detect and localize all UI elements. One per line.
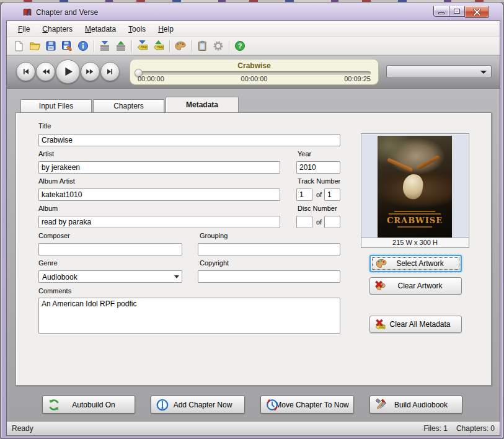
import-tags-icon[interactable]: TAG	[135, 38, 151, 53]
add-chapter-now-button[interactable]: Add Chapter Now	[151, 396, 245, 414]
track-of-label: of	[316, 191, 322, 198]
status-files: Files: 1	[423, 424, 448, 433]
menu-help[interactable]: Help	[152, 22, 180, 36]
import-chapter-list-icon[interactable]	[97, 38, 113, 53]
save-icon[interactable]	[43, 38, 59, 53]
clear-palette-icon	[374, 280, 387, 292]
app-icon	[22, 7, 32, 17]
cover-crab-leg	[417, 155, 440, 170]
svg-text:TAG: TAG	[141, 45, 147, 49]
minimize-button[interactable]	[433, 6, 449, 17]
open-file-icon[interactable]	[27, 38, 43, 53]
settings-gear-icon[interactable]	[210, 38, 226, 53]
skip-to-start-button[interactable]	[16, 62, 35, 81]
toolbar-separator	[131, 40, 132, 52]
artist-label: Artist	[38, 150, 54, 157]
disc-number-field[interactable]	[296, 216, 312, 228]
move-chapter-to-now-button[interactable]: Move Chapter To Now	[260, 396, 354, 414]
skip-to-start-icon	[21, 67, 30, 76]
maximize-button[interactable]	[449, 6, 465, 17]
disc-of-label: of	[316, 218, 322, 226]
build-tools-icon	[374, 398, 388, 412]
tab-chapters[interactable]: Chapters	[93, 99, 164, 112]
track-total-field[interactable]	[324, 188, 340, 201]
genre-combo[interactable]: Audiobook	[38, 270, 182, 283]
new-file-icon[interactable]	[11, 38, 27, 53]
composer-field[interactable]	[38, 243, 182, 255]
artist-field[interactable]	[38, 161, 280, 174]
album-artist-label: Album Artist	[38, 177, 75, 185]
composer-label: Composer	[38, 232, 70, 239]
minimize-icon	[438, 12, 444, 14]
title-field[interactable]	[38, 134, 340, 146]
comments-label: Comments	[38, 287, 71, 295]
close-icon	[473, 9, 481, 16]
toolbar-separator	[169, 40, 170, 52]
titlebar[interactable]: Chapter and Verse	[1, 4, 503, 20]
app-window: Chapter and Verse File Chapters Metadata…	[1, 2, 503, 439]
year-field[interactable]	[296, 161, 340, 174]
rewind-icon	[41, 67, 50, 76]
menu-metadata[interactable]: Metadata	[79, 22, 122, 36]
clock-icon	[156, 398, 169, 412]
copyright-field[interactable]	[198, 270, 340, 283]
genre-dropdown-zone[interactable]	[171, 271, 182, 282]
clipboard-icon[interactable]	[194, 38, 210, 53]
client-area: File Chapters Metadata Tools Help	[6, 20, 500, 436]
export-chapter-list-icon[interactable]	[113, 38, 129, 53]
clear-all-metadata-button[interactable]: TAG Clear All Metadata	[369, 316, 462, 333]
tab-input-files[interactable]: Input Files	[20, 99, 92, 112]
track-number-label: Track Number	[298, 177, 340, 185]
clear-artwork-button[interactable]: Clear Artwork	[369, 277, 462, 295]
toolbar-separator	[229, 40, 229, 52]
track-number-field[interactable]	[296, 188, 312, 201]
skip-to-end-icon	[105, 67, 115, 76]
info-icon[interactable]	[75, 38, 91, 53]
play-icon	[62, 66, 74, 78]
autobuild-button[interactable]: Autobuild On	[42, 396, 135, 414]
album-field[interactable]	[38, 216, 280, 228]
comments-field[interactable]: An American Idol RPF podfic	[38, 298, 340, 334]
close-button[interactable]	[465, 6, 489, 18]
disc-total-field[interactable]	[324, 216, 340, 228]
cover-title: CRABWISE	[378, 216, 452, 225]
play-button[interactable]	[56, 60, 80, 84]
grouping-label: Grouping	[200, 232, 228, 239]
toolbar: TAG TAG ?	[7, 37, 500, 55]
svg-text:?: ?	[238, 42, 242, 50]
album-artist-field[interactable]	[38, 188, 280, 201]
statusbar: Ready Files: 1 Chapters: 0	[7, 421, 500, 435]
build-audiobook-button[interactable]: Build Audiobook	[369, 396, 462, 414]
title-label: Title	[38, 122, 51, 130]
status-chapters: Chapters: 0	[456, 424, 495, 433]
artwork-frame: CRABWISE 215 W x 300 H	[361, 133, 469, 248]
main-body: Crabwise 00:00:00 00:00:00 00:09:25 Inpu…	[7, 56, 500, 422]
help-icon[interactable]: ?	[232, 38, 248, 53]
cover-tagline-line	[394, 211, 435, 212]
chevron-down-icon	[174, 275, 179, 278]
metadata-panel: Title Artist Year Album Artist Track Num…	[15, 112, 492, 386]
rewind-button[interactable]	[36, 62, 55, 81]
tab-metadata[interactable]: Metadata	[166, 97, 239, 112]
menu-file[interactable]: File	[12, 22, 36, 36]
export-tags-icon[interactable]: TAG	[151, 38, 167, 53]
grouping-field[interactable]	[198, 243, 340, 255]
genre-label: Genre	[38, 259, 58, 267]
playback-combo[interactable]	[386, 65, 492, 78]
autobuild-recycle-icon	[47, 398, 61, 412]
save-as-icon[interactable]	[59, 38, 75, 53]
disc-number-label: Disc Number	[298, 205, 337, 212]
copyright-label: Copyright	[200, 259, 229, 267]
fast-forward-button[interactable]	[81, 62, 100, 81]
menu-tools[interactable]: Tools	[122, 22, 152, 36]
player-panel: Crabwise 00:00:00 00:00:00 00:09:25	[130, 59, 379, 85]
artwork-palette-icon[interactable]	[172, 38, 188, 53]
genre-value: Audiobook	[42, 273, 77, 282]
skip-to-end-button[interactable]	[100, 62, 120, 81]
menu-chapters[interactable]: Chapters	[36, 22, 79, 36]
svg-text:TAG: TAG	[157, 45, 163, 49]
album-cover-image[interactable]: CRABWISE	[378, 136, 452, 237]
select-artwork-button[interactable]: Select Artwork	[369, 255, 462, 272]
move-clock-icon	[265, 398, 279, 412]
status-text: Ready	[12, 424, 33, 433]
